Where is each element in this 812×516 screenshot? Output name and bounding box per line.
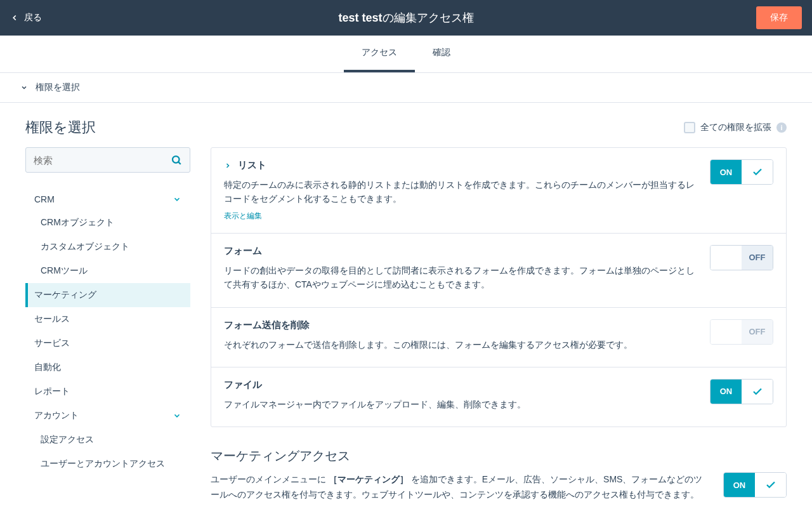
tab-confirm[interactable]: 確認: [415, 36, 468, 72]
nav-crm-objects[interactable]: CRMオブジェクト: [25, 211, 190, 235]
toggle-off-label: OFF: [742, 320, 773, 344]
page-title: test testの編集アクセス権: [338, 10, 473, 25]
collapse-permissions[interactable]: 権限を選択: [0, 73, 812, 103]
perm-list-title: リスト: [238, 159, 266, 171]
chevron-right-icon[interactable]: [224, 162, 232, 169]
nav-sales[interactable]: セールス: [25, 307, 190, 331]
check-icon: [755, 473, 786, 497]
toggle-on-label: ON: [710, 380, 742, 404]
perm-list-link[interactable]: 表示と編集: [224, 211, 262, 220]
perm-file: ファイル ファイルマネージャー内でファイルをアップロード、編集、削除できます。 …: [211, 367, 786, 427]
nav-settings-access[interactable]: 設定アクセス: [25, 428, 190, 452]
perm-forms-desc: リードの創出やデータの取得を目的として訪問者に表示されるフォームを作成できます。…: [224, 263, 695, 292]
search-icon: [171, 154, 182, 166]
chevron-left-icon: [10, 13, 19, 22]
title-prefix: test test: [338, 11, 382, 24]
nav-marketing[interactable]: マーケティング: [25, 283, 190, 307]
toggle-on-label: ON: [724, 473, 755, 497]
marketing-access-desc: ユーザーのメインメニューに ［マーケティング］ を追加できます。Eメール、広告、…: [211, 472, 708, 503]
toggle-file[interactable]: ON: [710, 379, 773, 404]
toggle-marketing-access[interactable]: ON: [723, 472, 787, 498]
nav-account-label: アカウント: [34, 410, 79, 421]
toggle-delete-form: OFF: [710, 319, 773, 345]
toggle-on-label: ON: [710, 160, 742, 184]
perm-delete-form-desc: それぞれのフォームで送信を削除します。この権限には、フォームを編集するアクセス権…: [224, 338, 695, 352]
perm-delete-form-submission: フォーム送信を削除 それぞれのフォームで送信を削除します。この権限には、フォーム…: [211, 308, 786, 367]
expand-all-checkbox[interactable]: [684, 122, 695, 133]
marketing-access-block: ユーザーのメインメニューに ［マーケティング］ を追加できます。Eメール、広告、…: [211, 472, 787, 503]
nav-crm-label: CRM: [34, 194, 55, 204]
nav-crm-tools[interactable]: CRMツール: [25, 259, 190, 283]
chevron-down-icon: [20, 84, 28, 91]
marketing-access-title: マーケティングアクセス: [211, 447, 787, 465]
search-box[interactable]: [25, 147, 190, 173]
tabs: アクセス 確認: [0, 36, 812, 73]
perm-delete-form-title: フォーム送信を削除: [224, 319, 695, 331]
perm-list: リスト 特定のチームのみに表示される静的リストまたは動的リストを作成できます。こ…: [211, 148, 786, 234]
perm-forms: フォーム リードの創出やデータの取得を目的として訪問者に表示されるフォームを作成…: [211, 234, 786, 308]
back-label: 戻る: [24, 12, 42, 23]
toggle-off-label: OFF: [742, 246, 773, 270]
nav-reports[interactable]: レポート: [25, 380, 190, 404]
tab-access[interactable]: アクセス: [344, 36, 415, 72]
chevron-down-icon: [173, 411, 181, 420]
svg-point-0: [173, 156, 180, 163]
nav-custom-objects[interactable]: カスタムオブジェクト: [25, 235, 190, 259]
save-button[interactable]: 保存: [756, 6, 802, 29]
perm-list-desc: 特定のチームのみに表示される静的リストまたは動的リストを作成できます。これらのチ…: [224, 178, 695, 206]
nav-automation[interactable]: 自動化: [25, 355, 190, 380]
nav-crm[interactable]: CRM: [25, 188, 190, 211]
toggle-list[interactable]: ON: [710, 159, 773, 185]
check-icon: [742, 380, 773, 404]
permission-list: リスト 特定のチームのみに表示される静的リストまたは動的リストを作成できます。こ…: [211, 147, 787, 503]
toggle-forms[interactable]: OFF: [710, 245, 773, 270]
check-icon: [742, 160, 773, 184]
title-suffix: の編集アクセス権: [383, 11, 474, 24]
expand-all-permissions[interactable]: 全ての権限を拡張 i: [684, 122, 787, 133]
nav-service[interactable]: サービス: [25, 331, 190, 355]
toggle-blank: [710, 246, 742, 270]
section-title: 権限を選択: [25, 118, 96, 137]
perm-file-title: ファイル: [224, 379, 695, 391]
svg-line-1: [178, 162, 180, 164]
expand-all-label: 全ての権限を拡張: [700, 122, 771, 133]
perm-file-desc: ファイルマネージャー内でファイルをアップロード、編集、削除できます。: [224, 397, 695, 411]
chevron-down-icon: [173, 195, 181, 204]
collapse-label: 権限を選択: [36, 82, 80, 93]
permissions-sidebar: CRM CRMオブジェクト カスタムオブジェクト CRMツール マーケティング …: [25, 147, 190, 503]
top-bar: 戻る test testの編集アクセス権 保存: [0, 0, 812, 36]
nav-account[interactable]: アカウント: [25, 404, 190, 428]
info-icon[interactable]: i: [776, 122, 787, 133]
back-button[interactable]: 戻る: [10, 12, 42, 23]
perm-forms-title: フォーム: [224, 245, 695, 257]
toggle-blank: [710, 320, 742, 344]
search-input[interactable]: [34, 155, 171, 166]
nav-user-account-access[interactable]: ユーザーとアカウントアクセス: [25, 452, 190, 476]
